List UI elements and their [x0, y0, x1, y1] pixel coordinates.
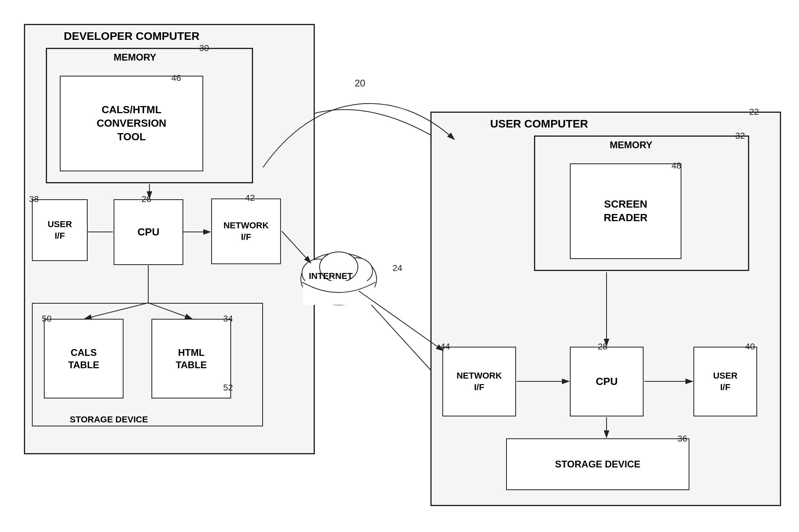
screen-reader-label: SCREENREADER: [604, 198, 648, 225]
dev-memory-label: MEMORY: [114, 52, 156, 63]
dev-cals-table-label: CALSTABLE: [68, 346, 99, 371]
ref-36: 36: [677, 434, 687, 444]
user-network-if-box: NETWORKI/F: [442, 347, 516, 416]
user-storage-label: STORAGE DEVICE: [555, 458, 640, 470]
user-memory-label: MEMORY: [610, 139, 652, 151]
dev-network-if-box: NETWORKI/F: [211, 198, 281, 264]
ref-20: 20: [355, 78, 365, 89]
dev-cpu-box: CPU: [114, 199, 183, 265]
ref-40: 40: [745, 342, 755, 352]
ref-22: 22: [749, 107, 759, 117]
dev-user-if-label: USERI/F: [47, 219, 72, 241]
user-cpu-label: CPU: [596, 375, 618, 389]
user-computer-title: USER COMPUTER: [490, 118, 588, 130]
ref-30: 30: [199, 43, 209, 53]
user-cpu-box: CPU: [570, 347, 644, 416]
user-network-if-label: NETWORKI/F: [457, 370, 502, 393]
conversion-tool-label: CALS/HTML CONVERSION TOOL: [97, 103, 167, 143]
user-user-if-label: USERI/F: [713, 370, 737, 393]
conversion-tool-box: CALS/HTML CONVERSION TOOL: [60, 76, 203, 171]
diagram: DEVELOPER COMPUTER MEMORY 30 CALS/HTML C…: [0, 0, 799, 532]
internet-label: INTERNET: [309, 271, 353, 281]
user-storage-box: STORAGE DEVICE: [506, 438, 689, 490]
ref-44: 44: [440, 342, 450, 352]
developer-computer-title: DEVELOPER COMPUTER: [64, 30, 200, 43]
user-user-if-box: USERI/F: [693, 347, 757, 416]
ref-50: 50: [42, 314, 51, 324]
dev-cpu-label: CPU: [137, 226, 159, 239]
ref-48: 48: [671, 161, 681, 171]
dev-storage-label: STORAGE DEVICE: [70, 414, 148, 425]
ref-46: 46: [171, 73, 181, 83]
dev-html-table-box: HTMLTABLE: [151, 319, 231, 399]
screen-reader-box: SCREENREADER: [570, 163, 681, 259]
ref-24: 24: [393, 263, 402, 273]
ref-38: 38: [29, 194, 39, 204]
dev-network-if-label: NETWORKI/F: [224, 220, 269, 243]
ref-32: 32: [735, 131, 745, 141]
ref-52: 52: [223, 383, 233, 393]
ref-42: 42: [245, 193, 255, 203]
ref-34: 34: [223, 314, 233, 324]
ref-28: 28: [598, 342, 607, 352]
dev-cals-table-box: CALSTABLE: [44, 319, 124, 399]
dev-user-if-box: USERI/F: [32, 199, 88, 261]
dev-html-table-label: HTMLTABLE: [176, 346, 207, 371]
ref-26: 26: [141, 194, 151, 204]
